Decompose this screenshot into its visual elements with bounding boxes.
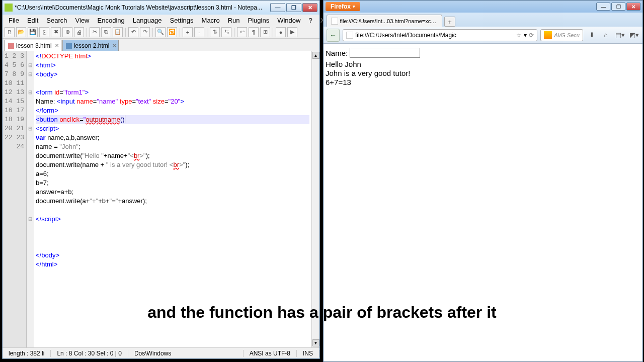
downloads-icon[interactable]: ⬇	[586, 30, 597, 41]
home-icon[interactable]: ⌂	[600, 30, 611, 41]
tab-lesson-3[interactable]: lesson 3.html ✕	[5, 40, 61, 51]
maximize-button[interactable]: ❐	[286, 3, 301, 12]
sync-h-icon[interactable]: ⇆	[221, 27, 231, 37]
menu-window[interactable]: Window	[273, 16, 304, 25]
status-encoding: ANSI as UTF-8	[244, 350, 297, 357]
fold-column[interactable]: ⊟ ⊟ ⊟ ⊟ ⊟	[27, 51, 34, 347]
close-all-icon[interactable]: ⊗	[62, 27, 72, 37]
bookmark-star-icon[interactable]: ☆	[516, 32, 522, 39]
status-position: Ln : 8 Col : 30 Sel : 0 | 0	[51, 350, 128, 357]
close-button[interactable]: ✕	[302, 3, 317, 12]
show-all-icon[interactable]: ¶	[249, 27, 259, 37]
tab-label: lesson 2.html	[74, 42, 110, 49]
replace-icon[interactable]: 🔁	[167, 27, 177, 37]
menu-run[interactable]: Run	[224, 16, 244, 25]
menu-plugins[interactable]: Plugins	[244, 16, 274, 25]
menu-macro[interactable]: Macro	[198, 16, 224, 25]
name-input[interactable]	[350, 48, 420, 58]
notepad-plus-plus-window: *C:\Users\Intel\Documents\Magic Monk Tut…	[2, 0, 320, 359]
copy-icon[interactable]: ⧉	[101, 27, 111, 37]
new-file-icon[interactable]: 🗋	[5, 27, 15, 37]
status-insert-mode: INS	[297, 350, 319, 357]
minimize-button[interactable]: —	[270, 3, 285, 12]
output-line-1: Hello John	[326, 60, 640, 68]
paste-icon[interactable]: 📋	[113, 27, 123, 37]
addon-icon[interactable]: ◩▾	[628, 30, 639, 41]
avg-icon	[544, 31, 552, 39]
code-text-area[interactable]: <!DOCTYPE html><html><body><form id="for…	[34, 51, 311, 347]
close-doc-icon[interactable]: ✖	[51, 27, 61, 37]
name-label: Name:	[326, 49, 348, 57]
firefox-window: Firefox — ❐ ✕ file:///C:/Users/Int...03.…	[323, 0, 643, 362]
menu-edit[interactable]: Edit	[23, 16, 42, 25]
close-button[interactable]: ✕	[626, 3, 640, 11]
status-eol: Dos\Windows	[128, 350, 244, 357]
tab-title: file:///C:/Users/Int...03.html?name=xcxc…	[340, 18, 438, 24]
menu-search[interactable]: Search	[42, 16, 71, 25]
file-icon	[66, 43, 72, 49]
open-file-icon[interactable]: 📂	[16, 27, 26, 37]
page-content: Name: Hello John John is a very good tut…	[324, 44, 642, 361]
output-line-3: 6+7=13	[326, 78, 640, 86]
firefox-tabs: file:///C:/Users/Int...03.html?name=xcxc…	[324, 13, 642, 27]
npp-title-text: *C:\Users\Intel\Documents\Magic Monk Tut…	[15, 4, 270, 11]
firefox-nav-toolbar: ← file:///C:/Users/Intel/Documents/Magic…	[324, 27, 642, 44]
tab-label: lesson 3.html	[16, 42, 52, 49]
macro-play-icon[interactable]: ▶	[287, 27, 297, 37]
url-bar[interactable]: file:///C:/Users/Intel/Documents/Magic ☆…	[343, 29, 537, 41]
npp-toolbar: 🗋 📂 💾 ⎘ ✖ ⊗ 🖨 ✂ ⧉ 📋 ↶ ↷ 🔍 🔁 + - ⇅ ⇆ ↩ ¶ …	[3, 26, 319, 39]
firefox-menu-button[interactable]: Firefox	[326, 2, 360, 11]
scroll-down-icon[interactable]: ▼	[312, 339, 319, 346]
print-icon[interactable]: 🖨	[74, 27, 84, 37]
zoom-out-icon[interactable]: -	[194, 27, 204, 37]
menu-encoding[interactable]: Encoding	[94, 16, 129, 25]
cut-icon[interactable]: ✂	[90, 27, 100, 37]
menu-help[interactable]: ?	[304, 16, 316, 25]
firefox-tabstrip[interactable]: Firefox — ❐ ✕	[324, 1, 642, 13]
reload-icon[interactable]: ⟳	[529, 32, 534, 39]
save-icon[interactable]: 💾	[28, 27, 38, 37]
line-number-gutter: 1 2 3 4 5 6 7 8 9 10 11 12 13 14 15 16 1…	[3, 51, 27, 347]
npp-app-icon	[5, 4, 13, 12]
npp-statusbar: length : 382 li Ln : 8 Col : 30 Sel : 0 …	[3, 347, 319, 358]
url-text: file:///C:/Users/Intel/Documents/Magic	[355, 32, 514, 39]
redo-icon[interactable]: ↷	[140, 27, 150, 37]
save-all-icon[interactable]: ⎘	[39, 27, 49, 37]
scroll-up-icon[interactable]: ▲	[312, 52, 319, 59]
macro-record-icon[interactable]: ●	[276, 27, 286, 37]
output-line-2: John is a very good tutor!	[326, 69, 640, 77]
menu-view[interactable]: View	[71, 16, 94, 25]
npp-titlebar[interactable]: *C:\Users\Intel\Documents\Magic Monk Tut…	[3, 1, 319, 15]
sync-v-icon[interactable]: ⇅	[210, 27, 220, 37]
npp-menubar: File Edit Search View Encoding Language …	[3, 15, 319, 26]
tab-lesson-2[interactable]: lesson 2.html ✕	[62, 40, 119, 51]
bookmarks-icon[interactable]: ▤▾	[614, 30, 625, 41]
npp-document-tabs: lesson 3.html ✕ lesson 2.html ✕	[3, 39, 319, 51]
browser-tab[interactable]: file:///C:/Users/Int...03.html?name=xcxc…	[327, 15, 442, 27]
menu-language[interactable]: Language	[129, 16, 166, 25]
zoom-in-icon[interactable]: +	[183, 27, 193, 37]
avg-search-box[interactable]: AVG Secu	[540, 29, 583, 41]
wordwrap-icon[interactable]: ↩	[237, 27, 247, 37]
firefox-menu-label: Firefox	[331, 3, 351, 10]
menu-file[interactable]: File	[5, 16, 23, 25]
tab-close-icon[interactable]: ✕	[112, 43, 116, 48]
indent-guide-icon[interactable]: ⊞	[260, 27, 270, 37]
status-length: length : 382 li	[3, 350, 51, 357]
menu-settings[interactable]: Settings	[166, 16, 198, 25]
site-identity-icon[interactable]	[346, 32, 353, 39]
back-button[interactable]: ←	[327, 29, 340, 42]
editor-area[interactable]: 1 2 3 4 5 6 7 8 9 10 11 12 13 14 15 16 1…	[3, 51, 319, 347]
vertical-scrollbar[interactable]: ▲ ▼	[311, 51, 319, 347]
find-icon[interactable]: 🔍	[155, 27, 166, 37]
tab-close-icon[interactable]: ✕	[55, 43, 59, 48]
minimize-button[interactable]: —	[596, 3, 610, 11]
avg-placeholder: AVG Secu	[554, 32, 580, 38]
page-icon	[331, 18, 338, 25]
modified-file-icon	[8, 43, 14, 49]
new-tab-button[interactable]: +	[444, 17, 455, 27]
maximize-button[interactable]: ❐	[611, 3, 625, 11]
undo-icon[interactable]: ↶	[128, 27, 138, 37]
